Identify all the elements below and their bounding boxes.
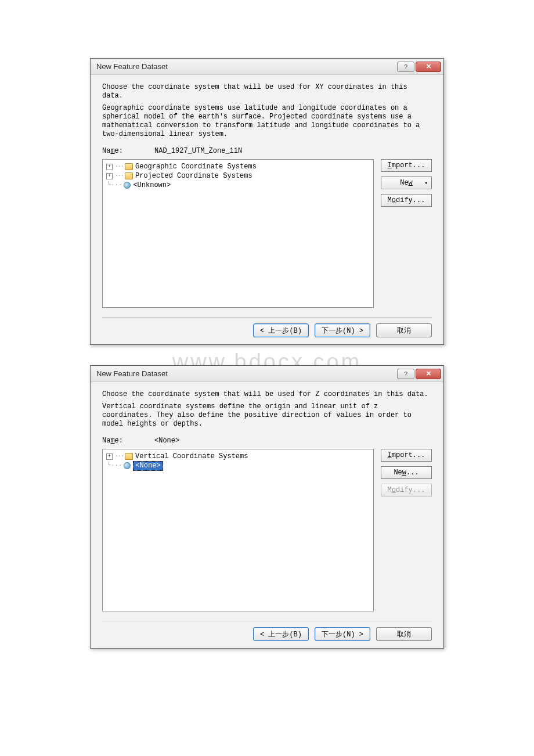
import-button[interactable]: Import... — [381, 449, 432, 462]
titlebar: New Feature Dataset ? ✕ — [91, 366, 443, 382]
expand-icon[interactable]: + — [106, 164, 113, 170]
cancel-button[interactable]: 取消 — [376, 323, 432, 337]
divider — [102, 317, 432, 318]
coord-system-tree[interactable]: +··· Geographic Coordinate Systems +··· … — [102, 159, 374, 308]
expand-icon[interactable]: + — [106, 173, 113, 179]
tree-item-unknown[interactable]: └··· <Unknown> — [106, 181, 370, 190]
folder-icon — [125, 172, 133, 179]
close-button[interactable]: ✕ — [416, 369, 441, 379]
tree-item-none[interactable]: └··· <None> — [106, 461, 370, 470]
modify-button: Modify... — [381, 484, 432, 496]
back-button[interactable]: < 上一步(B) — [253, 323, 309, 337]
close-button[interactable]: ✕ — [416, 62, 441, 72]
description-1: Choose the coordinate system that will b… — [102, 83, 432, 100]
new-button[interactable]: New▾ — [381, 177, 432, 189]
description-1: Choose the coordinate system that will b… — [102, 390, 432, 399]
folder-icon — [125, 453, 133, 460]
tree-item-vertical[interactable]: +··· Vertical Coordinate Systems — [106, 452, 370, 461]
next-button[interactable]: 下一步(N) > — [315, 627, 370, 641]
divider — [102, 621, 432, 621]
next-button[interactable]: 下一步(N) > — [315, 323, 370, 337]
name-label: Name: — [102, 147, 154, 156]
description-2: Geographic coordinate systems use latitu… — [102, 104, 432, 139]
window-title: New Feature Dataset — [96, 62, 396, 71]
globe-icon — [124, 182, 131, 189]
modify-button[interactable]: Modify... — [381, 194, 432, 207]
back-button[interactable]: < 上一步(B) — [253, 627, 309, 641]
folder-icon — [125, 163, 133, 170]
dialog-z-coord: New Feature Dataset ? ✕ Choose the coord… — [90, 365, 444, 649]
import-button[interactable]: Import... — [381, 159, 432, 172]
help-button[interactable]: ? — [397, 369, 414, 379]
tree-item-geographic[interactable]: +··· Geographic Coordinate Systems — [106, 162, 370, 171]
name-label: Name: — [102, 437, 154, 445]
globe-icon — [124, 462, 131, 469]
coord-system-tree[interactable]: +··· Vertical Coordinate Systems └··· <N… — [102, 449, 374, 611]
description-2: Vertical coordinate systems define the o… — [102, 402, 432, 429]
window-title: New Feature Dataset — [96, 369, 396, 378]
titlebar: New Feature Dataset ? ✕ — [91, 59, 443, 75]
help-button[interactable]: ? — [397, 62, 414, 72]
chevron-down-icon: ▾ — [425, 180, 428, 186]
cancel-button[interactable]: 取消 — [376, 627, 432, 641]
name-value: NAD_1927_UTM_Zone_11N — [154, 147, 242, 156]
dialog-xy-coord: New Feature Dataset ? ✕ Choose the coord… — [90, 58, 444, 345]
tree-item-projected[interactable]: +··· Projected Coordinate Systems — [106, 171, 370, 181]
new-button[interactable]: New... — [381, 466, 432, 479]
expand-icon[interactable]: + — [106, 453, 113, 460]
name-value: <None> — [154, 437, 179, 445]
